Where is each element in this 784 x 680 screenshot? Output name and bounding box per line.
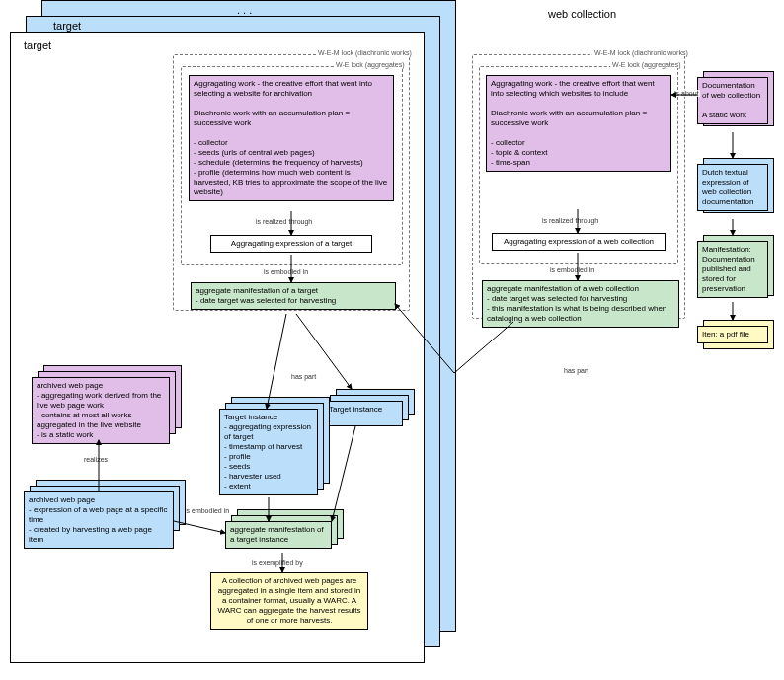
svg-line-4 bbox=[332, 426, 355, 521]
connector-lines bbox=[0, 0, 784, 680]
svg-line-2 bbox=[267, 314, 286, 409]
svg-line-3 bbox=[296, 314, 352, 389]
svg-line-8 bbox=[174, 521, 225, 533]
